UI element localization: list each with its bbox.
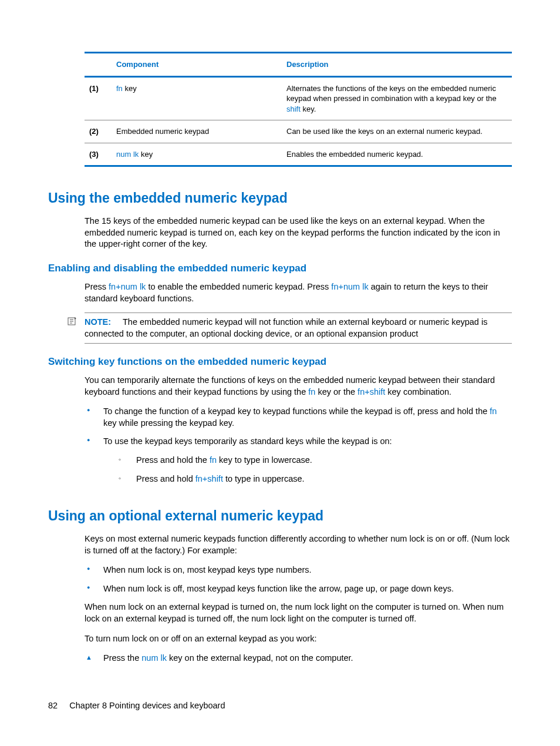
component-table: Component Description (1) fn key Alterna…: [85, 52, 512, 167]
row-component: fn key: [116, 83, 286, 115]
paragraph: Keys on most external numeric keypads fu…: [85, 533, 512, 556]
paragraph: When num lock on an external keypad is t…: [85, 601, 512, 624]
list-item: To change the function of a keypad key t…: [85, 406, 512, 429]
row-description: Can be used like the keys on an external…: [286, 126, 507, 137]
row-num: (2): [89, 126, 116, 137]
note-block: NOTE: The embedded numeric keypad will n…: [85, 312, 512, 344]
row-component: Embedded numeric keypad: [116, 126, 286, 137]
row-description: Alternates the functions of the keys on …: [286, 83, 507, 115]
bullet-list: To change the function of a keypad key t…: [85, 406, 512, 485]
triangle-list: Press the num lk key on the external key…: [85, 653, 512, 664]
row-num: (1): [89, 83, 116, 115]
paragraph: Press fn+num lk to enable the embedded n…: [85, 281, 512, 304]
sub-list: Press and hold the fn key to type in low…: [103, 455, 512, 485]
page-number: 82: [48, 701, 58, 710]
list-item: Press and hold fn+shift to type in upper…: [103, 473, 512, 485]
heading-external-keypad: Using an optional external numeric keypa…: [48, 507, 512, 525]
row-component: num lk key: [116, 149, 286, 160]
row-description: Enables the embedded numeric keypad.: [286, 149, 507, 160]
table-row: (3) num lk key Enables the embedded nume…: [85, 143, 512, 166]
bullet-list: When num lock is on, most keypad keys ty…: [85, 564, 512, 594]
list-item: When num lock is on, most keypad keys ty…: [85, 564, 512, 576]
paragraph: To turn num lock on or off on an externa…: [85, 633, 512, 645]
paragraph: The 15 keys of the embedded numeric keyp…: [85, 216, 512, 250]
table-row: (2) Embedded numeric keypad Can be used …: [85, 120, 512, 143]
list-item: When num lock is off, most keypad keys f…: [85, 583, 512, 595]
chapter-title: Chapter 8 Pointing devices and keyboard: [69, 701, 225, 710]
header-description: Description: [286, 59, 507, 70]
table-row: (1) fn key Alternates the functions of t…: [85, 78, 512, 120]
heading-using-embedded: Using the embedded numeric keypad: [48, 189, 512, 207]
page-footer: 82 Chapter 8 Pointing devices and keyboa…: [48, 700, 225, 712]
note-icon: [67, 317, 77, 329]
note-label: NOTE:: [85, 317, 111, 327]
heading-switching-key: Switching key functions on the embedded …: [48, 355, 512, 369]
heading-enabling-disabling: Enabling and disabling the embedded nume…: [48, 262, 512, 275]
list-item: Press and hold the fn key to type in low…: [103, 455, 512, 466]
paragraph: You can temporarily alternate the functi…: [85, 375, 512, 398]
table-header: Component Description: [85, 53, 512, 78]
note-text: The embedded numeric keypad will not fun…: [85, 317, 487, 338]
list-item: Press the num lk key on the external key…: [85, 653, 512, 664]
row-num: (3): [89, 149, 116, 160]
list-item: To use the keypad keys temporarily as st…: [85, 436, 512, 485]
header-component: Component: [116, 59, 286, 70]
